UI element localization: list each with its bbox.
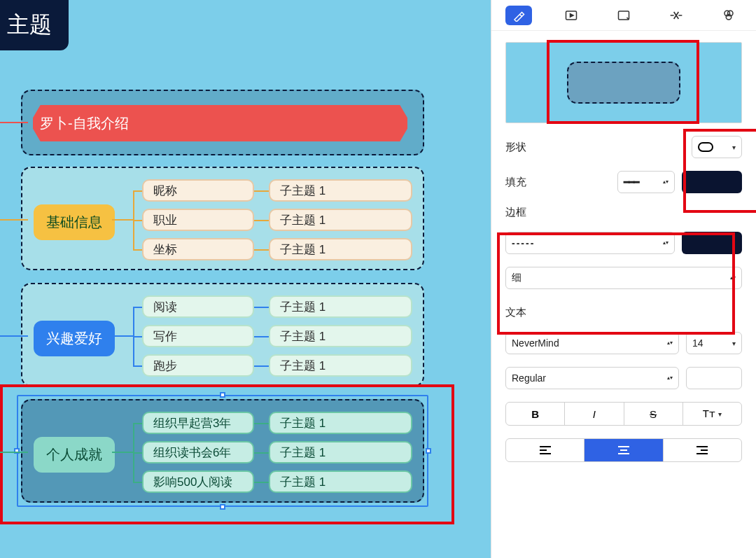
root-topic-fragment: 主题 — [0, 0, 69, 50]
node-hobbies[interactable]: 兴趣爱好 — [34, 321, 115, 356]
tab-media[interactable] — [558, 6, 584, 25]
font-family-value: NeverMind — [512, 337, 559, 349]
node-writing[interactable]: 写作 — [142, 325, 254, 347]
italic-button[interactable]: I — [565, 403, 624, 425]
banner-node[interactable]: 罗卜-自我介绍 — [33, 105, 407, 141]
updown-icon: ▴▾ — [667, 341, 673, 345]
border-color-swatch[interactable] — [682, 232, 742, 254]
tab-style[interactable] — [715, 6, 742, 25]
font-color-swatch[interactable] — [686, 367, 742, 389]
node-location-sub[interactable]: 子主题 1 — [269, 238, 412, 260]
shape-select[interactable]: ▾ — [692, 136, 742, 158]
font-size-select[interactable]: 14 ▾ — [686, 332, 742, 354]
shape-label: 形状 — [505, 141, 526, 154]
chevron-down-icon: ▾ — [732, 340, 736, 347]
updown-icon: ▴▾ — [663, 241, 668, 245]
updown-icon: ▴▾ — [730, 276, 736, 280]
format-panel: 形状 ▾ 填充 ━━━ ▴▾ 边框 ----- ▴▾ — [491, 0, 756, 558]
border-width-select[interactable]: 细 ▴▾ — [505, 267, 742, 289]
border-style-value: ----- — [512, 237, 535, 249]
align-left-button[interactable] — [506, 439, 584, 461]
shape-row: 形状 ▾ — [505, 136, 742, 158]
align-right-button[interactable] — [664, 439, 741, 461]
border-width-value: 细 — [512, 272, 522, 284]
border-style-row: ----- ▴▾ — [505, 232, 742, 254]
font-row: NeverMind ▴▾ 14 ▾ — [505, 332, 742, 354]
fill-pattern-select[interactable]: ━━━ ▴▾ — [617, 171, 675, 193]
bold-button[interactable]: B — [506, 403, 565, 425]
font-family-select[interactable]: NeverMind ▴▾ — [505, 332, 679, 354]
fill-row: 填充 ━━━ ▴▾ — [505, 171, 742, 193]
text-label: 文本 — [505, 306, 742, 319]
textcase-button[interactable]: Tᴛ ▾ — [683, 403, 741, 425]
node-career-sub[interactable]: 子主题 1 — [269, 209, 412, 231]
fill-label: 填充 — [505, 176, 526, 189]
chevron-down-icon: ▾ — [718, 410, 722, 418]
node-reading-sub[interactable]: 子主题 1 — [269, 295, 412, 318]
border-width-row: 细 ▴▾ — [505, 267, 742, 289]
strike-button[interactable]: S — [624, 403, 683, 425]
align-group — [505, 438, 742, 462]
node-nickname[interactable]: 昵称 — [142, 179, 254, 202]
weight-row: Regular ▴▾ — [505, 367, 742, 389]
align-center-button[interactable] — [584, 439, 663, 461]
panel-tabs — [491, 0, 756, 31]
tab-format[interactable] — [505, 6, 532, 25]
node-location[interactable]: 坐标 — [142, 238, 254, 260]
rounded-rect-icon — [698, 142, 713, 152]
tab-relationship[interactable] — [663, 6, 690, 25]
node-writing-sub[interactable]: 子主题 1 — [269, 325, 412, 347]
font-weight-select[interactable]: Regular ▴▾ — [505, 367, 679, 389]
font-size-value: 14 — [692, 337, 704, 349]
border-label: 边框 — [505, 206, 742, 219]
textcase-value: Tᴛ — [703, 407, 715, 420]
updown-icon: ▴▾ — [667, 376, 673, 380]
chevron-down-icon: ▾ — [732, 144, 736, 151]
node-running[interactable]: 跑步 — [142, 354, 254, 377]
style-preview — [505, 42, 742, 123]
tab-note[interactable] — [610, 6, 637, 25]
node-basic-info[interactable]: 基础信息 — [34, 204, 115, 240]
node-running-sub[interactable]: 子主题 1 — [269, 354, 412, 377]
fill-color-swatch[interactable] — [682, 171, 742, 193]
style-preview-inner — [567, 62, 680, 104]
mindmap-canvas[interactable]: 主题 罗卜-自我介绍 基础信息 昵称 子主题 1 职业 子主题 1 坐标 子主题… — [0, 0, 491, 558]
border-style-select[interactable]: ----- ▴▾ — [505, 232, 675, 254]
updown-icon: ▴▾ — [663, 180, 668, 184]
fill-pattern-value: ━━━ — [624, 176, 638, 188]
text-style-group: B I S Tᴛ ▾ — [505, 402, 742, 426]
annotation-box-canvas — [0, 384, 454, 524]
font-weight-value: Regular — [512, 372, 546, 384]
node-career[interactable]: 职业 — [142, 209, 254, 231]
node-reading[interactable]: 阅读 — [142, 295, 254, 318]
node-nickname-sub[interactable]: 子主题 1 — [269, 179, 412, 202]
